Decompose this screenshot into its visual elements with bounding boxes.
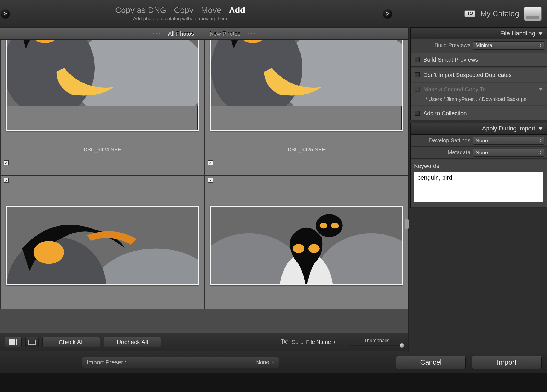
chevron-down-icon bbox=[538, 32, 543, 35]
mode-move[interactable]: Move bbox=[201, 5, 221, 15]
file-handling-header[interactable]: File Handling bbox=[410, 27, 547, 39]
second-copy-row: Make a Second Copy To : / Users / JimmyP… bbox=[411, 83, 547, 105]
thumbnail-image bbox=[210, 40, 403, 131]
metadata-dropdown[interactable]: None ▲▼ bbox=[473, 149, 544, 157]
disk-icon bbox=[524, 7, 542, 21]
keywords-block: Keywords bbox=[411, 160, 547, 208]
smart-previews-row[interactable]: Build Smart Previews bbox=[411, 53, 547, 67]
svg-point-17 bbox=[308, 244, 320, 253]
svg-rect-24 bbox=[16, 339, 17, 341]
svg-rect-25 bbox=[9, 341, 11, 343]
thumbnail-checkbox[interactable]: ✓ bbox=[208, 178, 213, 183]
grid-view-button[interactable] bbox=[5, 337, 22, 347]
uncheck-all-button[interactable]: Uncheck All bbox=[104, 337, 161, 347]
checkbox-icon[interactable] bbox=[415, 111, 420, 116]
svg-point-6 bbox=[211, 40, 302, 106]
thumbnails-label: Thumbnails bbox=[364, 338, 389, 344]
catalog-name: My Catalog bbox=[480, 9, 519, 18]
thumbnail-checkbox[interactable]: ✓ bbox=[208, 160, 213, 165]
keywords-input[interactable] bbox=[414, 172, 543, 202]
checkbox-icon bbox=[415, 87, 420, 92]
filter-divider-icon: ● ● ● bbox=[153, 32, 161, 35]
svg-point-2 bbox=[7, 40, 95, 106]
apply-during-import-header[interactable]: Apply During Import bbox=[410, 123, 547, 135]
sort-label: Sort: bbox=[292, 339, 303, 345]
sort-direction-icon[interactable]: AZ bbox=[281, 338, 289, 347]
import-preset-dropdown[interactable]: Import Preset : None ▲▼ bbox=[82, 357, 279, 368]
thumbnail-image bbox=[6, 206, 199, 285]
svg-rect-31 bbox=[13, 343, 15, 345]
thumbnail-checkbox[interactable]: ✓ bbox=[4, 178, 9, 183]
thumbnail-cell[interactable]: DSC_9425.NEF ✓ bbox=[204, 40, 408, 175]
bottom-bar: Import Preset : None ▲▼ Cancel Import bbox=[0, 351, 547, 373]
thumbnail-filename: DSC_9424.NEF bbox=[1, 147, 204, 153]
svg-rect-28 bbox=[16, 341, 17, 343]
thumbnail-checkbox[interactable]: ✓ bbox=[4, 160, 9, 165]
svg-rect-23 bbox=[13, 339, 15, 341]
build-previews-row: Build Previews Minimal ▲▼ bbox=[411, 39, 547, 51]
mode-copy[interactable]: Copy bbox=[174, 5, 193, 15]
thumbnail-grid-area: ● ● ● All Photos New Photos ● ● ● bbox=[0, 27, 409, 351]
to-badge: TO bbox=[464, 10, 475, 17]
thumbnail-image bbox=[210, 206, 403, 285]
metadata-row: Metadata None ▲▼ bbox=[411, 147, 547, 159]
svg-text:A: A bbox=[286, 339, 288, 341]
svg-point-16 bbox=[293, 244, 304, 253]
filter-new-photos[interactable]: New Photos bbox=[210, 30, 240, 37]
destination-expand-button[interactable] bbox=[383, 9, 392, 18]
keywords-label: Keywords bbox=[414, 163, 543, 169]
scrollbar-handle[interactable] bbox=[405, 219, 409, 229]
duplicates-row[interactable]: Don't Import Suspected Duplicates bbox=[411, 68, 547, 82]
check-all-button[interactable]: Check All bbox=[42, 337, 100, 347]
thumbnail-cell[interactable]: ✓ bbox=[204, 175, 408, 309]
chevron-down-icon bbox=[539, 88, 543, 91]
checkbox-icon[interactable] bbox=[415, 57, 420, 62]
checkbox-icon[interactable] bbox=[415, 72, 420, 77]
mode-add[interactable]: Add bbox=[229, 5, 245, 15]
svg-text:Z: Z bbox=[286, 342, 288, 344]
loupe-view-button[interactable] bbox=[25, 337, 39, 347]
filter-divider-icon: ● ● ● bbox=[248, 32, 256, 35]
mode-copy-dng[interactable]: Copy as DNG bbox=[115, 5, 166, 15]
second-copy-path: / Users / JimmyPater…/ Download Backups bbox=[426, 96, 526, 102]
chevron-down-icon bbox=[538, 127, 543, 130]
add-to-collection-row[interactable]: Add to Collection bbox=[411, 106, 547, 120]
svg-rect-21 bbox=[9, 339, 11, 341]
develop-settings-dropdown[interactable]: None ▲▼ bbox=[473, 137, 544, 145]
svg-rect-33 bbox=[29, 340, 35, 344]
develop-settings-row: Develop Settings None ▲▼ bbox=[411, 135, 547, 147]
source-expand-button[interactable] bbox=[1, 9, 10, 18]
build-previews-dropdown[interactable]: Minimal ▲▼ bbox=[473, 41, 544, 50]
svg-rect-29 bbox=[9, 343, 11, 345]
svg-rect-30 bbox=[11, 343, 13, 345]
filter-separator bbox=[202, 31, 202, 37]
sort-dropdown[interactable]: File Name ▲▼ bbox=[306, 339, 336, 345]
destination-display[interactable]: TO My Catalog bbox=[464, 7, 542, 21]
thumbnail-filename: DSC_9425.NEF bbox=[205, 147, 408, 153]
svg-point-19 bbox=[320, 223, 327, 228]
filter-bar: ● ● ● All Photos New Photos ● ● ● bbox=[0, 28, 408, 40]
cancel-button[interactable]: Cancel bbox=[396, 356, 466, 369]
right-panel: File Handling Build Previews Minimal ▲▼ … bbox=[410, 27, 547, 351]
thumbnail-image bbox=[6, 40, 199, 131]
thumbnail-cell[interactable]: DSC_9424.NEF ✓ bbox=[0, 40, 204, 175]
svg-rect-32 bbox=[16, 343, 17, 345]
mode-subtitle: Add photos to catalog without moving the… bbox=[115, 16, 245, 22]
background-peek bbox=[0, 373, 547, 392]
thumbnail-size-slider[interactable] bbox=[349, 345, 404, 346]
svg-rect-22 bbox=[11, 339, 13, 341]
grid-toolbar: Check All Uncheck All AZ Sort: File Name… bbox=[0, 333, 408, 351]
import-button[interactable]: Import bbox=[472, 356, 542, 369]
svg-rect-26 bbox=[11, 341, 13, 343]
import-topbar: Copy as DNG Copy Move Add Add photos to … bbox=[0, 0, 547, 27]
thumbnail-cell[interactable]: ✓ bbox=[0, 175, 204, 309]
svg-point-11 bbox=[34, 241, 64, 264]
filter-all-photos[interactable]: All Photos bbox=[168, 30, 194, 37]
svg-point-20 bbox=[331, 223, 339, 228]
svg-rect-27 bbox=[13, 341, 15, 343]
